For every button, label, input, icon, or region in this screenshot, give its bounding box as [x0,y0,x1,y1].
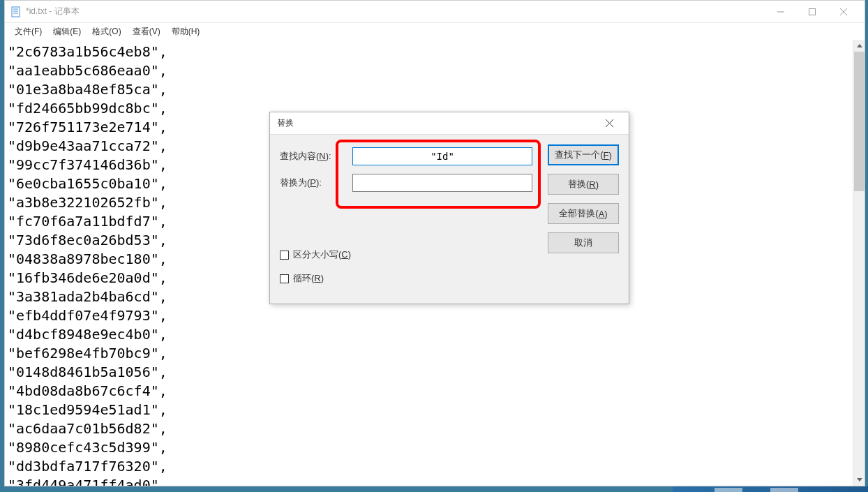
find-input[interactable] [352,147,532,165]
vertical-scrollbar[interactable] [853,40,865,486]
find-label: 查找内容(N): [280,150,352,163]
menu-view[interactable]: 查看(V) [128,24,165,39]
window-controls [765,1,859,22]
replace-all-button[interactable]: 全部替换(A) [548,203,619,224]
taskbar-peek [673,486,868,492]
window-title: *id.txt - 记事本 [26,6,765,17]
minimize-button[interactable] [765,1,796,22]
replace-dialog: 替换 查找内容(N): 替换为(P): 查找下一个(F) 替换(R) 全部替换(… [269,112,629,304]
scroll-thumb[interactable] [854,52,865,191]
dialog-header: 替换 [270,112,629,135]
scroll-up-arrow[interactable] [853,40,865,52]
menu-format[interactable]: 格式(O) [88,24,125,39]
close-button[interactable] [828,1,859,22]
match-case-checkbox[interactable] [280,251,289,260]
wrap-around-checkbox[interactable] [280,274,289,283]
titlebar: *id.txt - 记事本 [5,1,865,23]
cancel-button[interactable]: 取消 [548,232,619,253]
menu-edit[interactable]: 编辑(E) [49,24,85,39]
dialog-body: 查找内容(N): 替换为(P): 查找下一个(F) 替换(R) 全部替换(A) … [270,135,629,304]
replace-button[interactable]: 替换(R) [548,174,619,195]
dialog-title: 替换 [277,117,597,129]
svg-rect-0 [12,7,20,17]
dialog-close-button[interactable] [597,114,622,133]
menubar: 文件(F) 编辑(E) 格式(O) 查看(V) 帮助(H) [5,23,865,40]
svg-rect-5 [809,8,815,15]
scroll-down-arrow[interactable] [853,474,865,486]
dialog-buttons: 查找下一个(F) 替换(R) 全部替换(A) 取消 [548,144,619,253]
svg-marker-9 [857,478,862,482]
replace-input[interactable] [352,174,532,192]
menu-help[interactable]: 帮助(H) [167,24,204,39]
maximize-button[interactable] [796,1,828,22]
wrap-around-label: 循环(R) [293,272,324,285]
notepad-icon [10,6,22,17]
menu-file[interactable]: 文件(F) [10,24,46,39]
wrap-around-row[interactable]: 循环(R) [280,272,619,285]
replace-label: 替换为(P): [280,177,352,189]
svg-marker-8 [857,44,862,47]
match-case-label: 区分大小写(C) [293,248,351,261]
find-next-button[interactable]: 查找下一个(F) [548,144,619,165]
